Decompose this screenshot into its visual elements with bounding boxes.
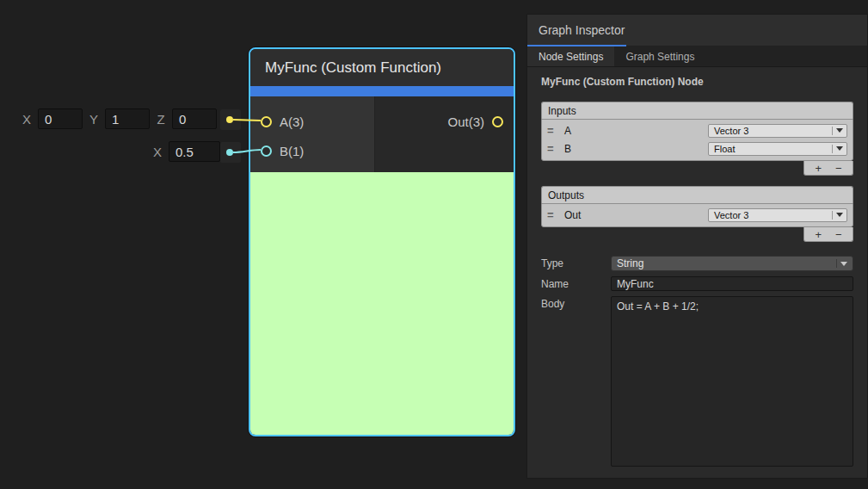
dropdown-arrow-icon	[836, 213, 843, 217]
output-port-out[interactable]: Out(3)	[375, 110, 514, 133]
add-output-button[interactable]: +	[815, 229, 822, 240]
float-x-label: X	[146, 145, 169, 159]
body-label: Body	[541, 298, 611, 310]
outputs-list-title: Outputs	[548, 189, 584, 201]
input-row-name: B	[564, 143, 708, 155]
graph-inspector-panel: Graph Inspector Node Settings Graph Sett…	[526, 14, 868, 479]
port-b-label: B(1)	[280, 144, 304, 158]
output-ports-area: Out(3)	[375, 96, 514, 172]
input-a-type-value: Vector 3	[714, 126, 748, 136]
float-x-field[interactable]: 0.5	[169, 141, 220, 162]
add-input-button[interactable]: +	[815, 163, 822, 174]
node-color-strip	[250, 86, 514, 96]
drag-handle-icon[interactable]: =	[547, 143, 559, 154]
type-dropdown[interactable]: String	[611, 256, 853, 271]
vector3-input-widget: X 0 Y 1 Z 0	[15, 108, 217, 130]
vector3-y-label: Y	[83, 112, 105, 127]
inputs-list-header: Inputs	[541, 102, 853, 119]
dropdown-separator	[832, 145, 833, 153]
drag-handle-icon[interactable]: =	[547, 209, 559, 220]
name-field-row: Name MyFunc	[541, 276, 853, 291]
tab-graph-settings[interactable]: Graph Settings	[614, 46, 705, 66]
dropdown-separator	[836, 259, 837, 268]
port-a-label: A(3)	[280, 115, 304, 129]
body-textarea[interactable]: Out = A + B + 1/2;	[611, 296, 853, 467]
body-field-row: Body Out = A + B + 1/2;	[541, 296, 853, 467]
output-out-type-value: Vector 3	[714, 210, 748, 220]
active-tab-indicator	[527, 45, 626, 46]
node-settings-heading: MyFunc (Custom Function) Node	[541, 76, 853, 88]
tab-node-settings[interactable]: Node Settings	[527, 46, 614, 66]
outputs-list-header: Outputs	[541, 186, 853, 203]
inspector-tab-bar: Node Settings Graph Settings	[527, 46, 867, 67]
output-row-name: Out	[564, 209, 708, 221]
remove-output-button[interactable]: −	[835, 229, 842, 240]
float-input-widget: X 0.5	[146, 140, 220, 163]
vector3-x-field[interactable]: 0	[38, 108, 83, 129]
remove-input-button[interactable]: −	[835, 163, 842, 174]
dropdown-separator	[832, 211, 833, 220]
vector3-y-field[interactable]: 1	[105, 108, 150, 129]
input-row-name: A	[564, 125, 708, 137]
dropdown-arrow-icon	[836, 128, 843, 133]
input-port-a[interactable]: A(3)	[250, 110, 374, 133]
type-label: Type	[541, 257, 611, 269]
port-out-connector-icon[interactable]	[492, 116, 503, 127]
node-port-area: A(3) B(1) Out(3)	[250, 96, 514, 172]
custom-function-node[interactable]: MyFunc (Custom Function) A(3) B(1) Out(3…	[249, 47, 515, 436]
vector3-z-label: Z	[150, 112, 172, 127]
inputs-list-title: Inputs	[548, 105, 576, 117]
list-item[interactable]: = A Vector 3	[542, 121, 853, 139]
dropdown-arrow-icon	[836, 146, 843, 151]
output-out-type-dropdown[interactable]: Vector 3	[708, 208, 847, 222]
list-item[interactable]: = B Float	[542, 139, 853, 158]
float-connector-box	[220, 142, 241, 163]
input-a-type-dropdown[interactable]: Vector 3	[708, 124, 847, 138]
port-a-connector-icon[interactable]	[261, 116, 272, 127]
type-field-row: Type String	[541, 256, 853, 271]
inputs-list: Inputs = A Vector 3 = B Float	[541, 102, 853, 161]
outputs-list-footer: + −	[803, 227, 853, 242]
input-ports-area: A(3) B(1)	[250, 96, 375, 172]
outputs-list: Outputs = Out Vector 3	[541, 186, 853, 227]
outputs-list-body: = Out Vector 3	[541, 203, 853, 227]
node-title: MyFunc (Custom Function)	[265, 59, 441, 77]
input-b-type-value: Float	[714, 144, 735, 154]
list-item[interactable]: = Out Vector 3	[542, 206, 853, 224]
inputs-list-body: = A Vector 3 = B Float	[541, 119, 853, 161]
dropdown-separator	[832, 127, 833, 135]
inspector-title-bar[interactable]: Graph Inspector	[527, 15, 867, 46]
drag-handle-icon[interactable]: =	[547, 125, 559, 136]
inspector-title: Graph Inspector	[539, 23, 625, 37]
port-b-connector-icon[interactable]	[261, 145, 272, 157]
vector3-z-field[interactable]: 0	[172, 108, 217, 129]
name-input[interactable]: MyFunc	[611, 276, 853, 291]
node-preview-surface	[250, 172, 514, 435]
vector3-connector-box	[220, 109, 241, 130]
dropdown-arrow-icon	[840, 262, 847, 266]
type-value: String	[617, 257, 643, 269]
node-header[interactable]: MyFunc (Custom Function)	[250, 49, 514, 86]
input-b-type-dropdown[interactable]: Float	[708, 142, 847, 156]
name-label: Name	[541, 278, 611, 290]
vector3-x-label: X	[15, 112, 38, 127]
inputs-list-footer: + −	[803, 161, 853, 176]
input-port-b[interactable]: B(1)	[250, 139, 374, 162]
port-out-label: Out(3)	[447, 115, 484, 129]
